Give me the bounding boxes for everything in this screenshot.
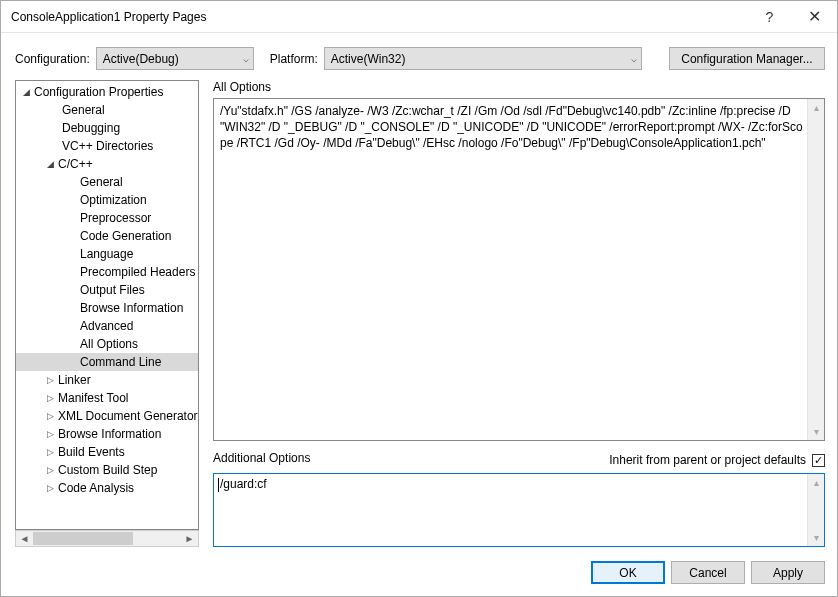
tree-item-ccpp-general[interactable]: General (16, 173, 198, 191)
property-pages-window: ConsoleApplication1 Property Pages ? ✕ C… (0, 0, 838, 597)
expand-arrow-icon: ◢ (20, 87, 32, 97)
tree-item-all-options[interactable]: All Options (16, 335, 198, 353)
tree-item-debugging[interactable]: Debugging (16, 119, 198, 137)
all-options-text: /Yu"stdafx.h" /GS /analyze- /W3 /Zc:wcha… (214, 99, 824, 155)
apply-button[interactable]: Apply (751, 561, 825, 584)
tree-item-build-events[interactable]: ▷ Build Events (16, 443, 198, 461)
configuration-value: Active(Debug) (103, 52, 179, 66)
tree-panel: ◢ Configuration Properties General Debug… (15, 80, 199, 547)
cancel-button[interactable]: Cancel (671, 561, 745, 584)
tree-item-manifest-tool[interactable]: ▷ Manifest Tool (16, 389, 198, 407)
tree-item-browse-information-2[interactable]: ▷ Browse Information (16, 425, 198, 443)
all-options-textbox[interactable]: /Yu"stdafx.h" /GS /analyze- /W3 /Zc:wcha… (213, 98, 825, 441)
help-button[interactable]: ? (747, 2, 792, 32)
collapse-arrow-icon: ▷ (44, 447, 56, 457)
all-options-label: All Options (213, 80, 825, 94)
scrollbar-thumb[interactable] (33, 532, 133, 545)
tree-item-language[interactable]: Language (16, 245, 198, 263)
platform-value: Active(Win32) (331, 52, 406, 66)
all-options-vertical-scrollbar[interactable]: ▴ ▾ (807, 99, 824, 440)
tree-item-custom-build-step[interactable]: ▷ Custom Build Step (16, 461, 198, 479)
window-title: ConsoleApplication1 Property Pages (11, 10, 747, 24)
inherit-checkbox[interactable]: ✓ (812, 454, 825, 467)
tree-item-output-files[interactable]: Output Files (16, 281, 198, 299)
tree-item-general[interactable]: General (16, 101, 198, 119)
collapse-arrow-icon: ▷ (44, 483, 56, 493)
additional-options-label: Additional Options (213, 451, 609, 465)
platform-label: Platform: (270, 52, 318, 66)
tree-horizontal-scrollbar[interactable]: ◄ ► (15, 530, 199, 547)
additional-options-text: /guard:cf (214, 474, 824, 495)
tree-item-optimization[interactable]: Optimization (16, 191, 198, 209)
collapse-arrow-icon: ▷ (44, 411, 56, 421)
tree-item-ccpp[interactable]: ◢ C/C++ (16, 155, 198, 173)
scroll-down-icon[interactable]: ▾ (809, 529, 824, 546)
tree-item-advanced[interactable]: Advanced (16, 317, 198, 335)
additional-options-vertical-scrollbar[interactable]: ▴ ▾ (807, 474, 824, 546)
chevron-down-icon: ⌵ (243, 53, 249, 64)
tree-item-preprocessor[interactable]: Preprocessor (16, 209, 198, 227)
property-tree[interactable]: ◢ Configuration Properties General Debug… (15, 80, 199, 530)
collapse-arrow-icon: ▷ (44, 429, 56, 439)
additional-options-textbox[interactable]: /guard:cf ▴ ▾ (213, 473, 825, 547)
expand-arrow-icon: ◢ (44, 159, 56, 169)
dialog-footer: OK Cancel Apply (1, 547, 837, 596)
scroll-up-icon[interactable]: ▴ (809, 99, 824, 116)
scroll-left-icon[interactable]: ◄ (16, 531, 33, 546)
text-caret-icon (218, 478, 219, 492)
command-line-panel: All Options /Yu"stdafx.h" /GS /analyze- … (213, 80, 825, 547)
tree-item-vcpp-directories[interactable]: VC++ Directories (16, 137, 198, 155)
tree-item-code-analysis[interactable]: ▷ Code Analysis (16, 479, 198, 497)
inherit-label: Inherit from parent or project defaults (609, 453, 806, 467)
configuration-row: Configuration: Active(Debug) ⌵ Platform:… (1, 33, 837, 80)
configuration-manager-button[interactable]: Configuration Manager... (669, 47, 825, 70)
platform-combo[interactable]: Active(Win32) ⌵ (324, 47, 642, 70)
tree-item-command-line[interactable]: Command Line (16, 353, 198, 371)
configuration-combo[interactable]: Active(Debug) ⌵ (96, 47, 254, 70)
tree-item-code-generation[interactable]: Code Generation (16, 227, 198, 245)
close-button[interactable]: ✕ (792, 2, 837, 32)
collapse-arrow-icon: ▷ (44, 393, 56, 403)
collapse-arrow-icon: ▷ (44, 375, 56, 385)
tree-item-xml-doc-generator[interactable]: ▷ XML Document Generator (16, 407, 198, 425)
scroll-right-icon[interactable]: ► (181, 531, 198, 546)
ok-button[interactable]: OK (591, 561, 665, 584)
tree-item-configuration-properties[interactable]: ◢ Configuration Properties (16, 83, 198, 101)
tree-item-precompiled-headers[interactable]: Precompiled Headers (16, 263, 198, 281)
scroll-down-icon[interactable]: ▾ (809, 423, 824, 440)
titlebar: ConsoleApplication1 Property Pages ? ✕ (1, 1, 837, 33)
collapse-arrow-icon: ▷ (44, 465, 56, 475)
chevron-down-icon: ⌵ (631, 53, 637, 64)
tree-item-browse-information[interactable]: Browse Information (16, 299, 198, 317)
scroll-up-icon[interactable]: ▴ (809, 474, 824, 491)
configuration-label: Configuration: (15, 52, 90, 66)
tree-item-linker[interactable]: ▷ Linker (16, 371, 198, 389)
